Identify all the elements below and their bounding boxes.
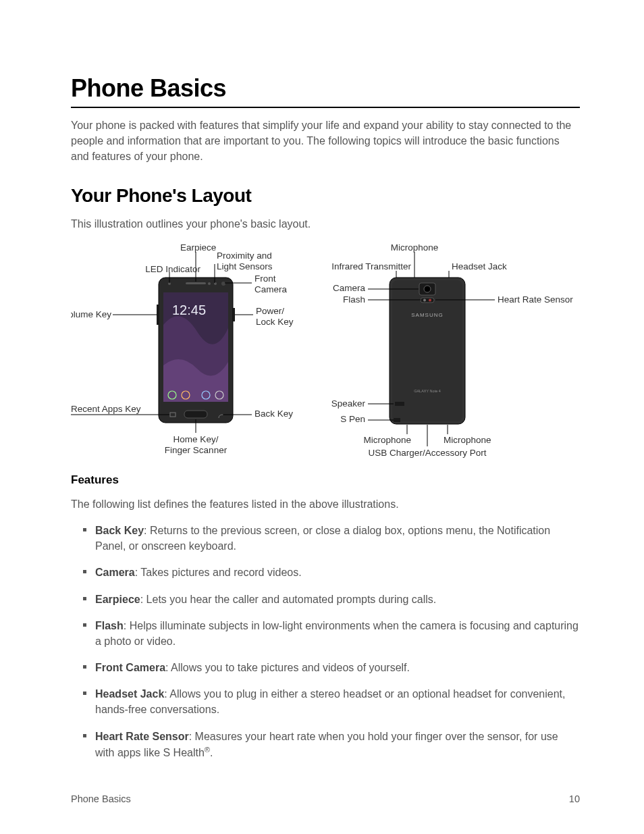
svg-point-42: [423, 298, 426, 301]
svg-text:SAMSUNG: SAMSUNG: [411, 312, 443, 318]
phone-back-view: SAMSUNG GALAXY Note 4: [331, 244, 574, 458]
phone-layout-illustration: 12:45: [71, 244, 580, 460]
svg-point-40: [424, 286, 431, 292]
svg-text:Lock Key: Lock Key: [256, 317, 294, 327]
svg-text:Front: Front: [254, 273, 276, 284]
svg-text:Headset Jack: Headset Jack: [452, 261, 507, 271]
svg-text:Light Sensors: Light Sensors: [217, 261, 273, 271]
svg-text:Flash: Flash: [343, 294, 365, 305]
svg-point-9: [221, 282, 225, 286]
document-page: Phone Basics Your phone is packed with f…: [0, 0, 644, 834]
svg-rect-6: [186, 282, 206, 284]
list-item: Earpiece: Lets you hear the caller and a…: [92, 592, 580, 607]
phone-front-view: 12:45: [71, 244, 294, 455]
svg-text:Microphone: Microphone: [444, 435, 491, 445]
svg-text:Finger Scanner: Finger Scanner: [165, 445, 227, 455]
list-item: Front Camera: Allows you to take picture…: [92, 660, 580, 675]
svg-text:Earpiece: Earpiece: [180, 244, 216, 253]
svg-point-7: [208, 282, 211, 285]
svg-text:S Pen: S Pen: [340, 414, 365, 424]
page-footer: Phone Basics 10: [71, 793, 580, 804]
svg-text:Camera: Camera: [254, 284, 288, 294]
svg-text:Back Key: Back Key: [254, 409, 293, 419]
svg-text:USB Charger/Accessory Port: USB Charger/Accessory Port: [369, 448, 487, 458]
svg-text:Speaker: Speaker: [331, 398, 366, 409]
footer-page-number: 10: [569, 793, 580, 804]
svg-rect-41: [421, 298, 434, 303]
list-item: Headset Jack: Allows you to plug in eith…: [92, 686, 580, 717]
svg-rect-14: [233, 308, 235, 321]
features-intro: The following list defines the features …: [71, 496, 580, 512]
svg-text:Heart Rate Sensor: Heart Rate Sensor: [498, 294, 573, 305]
list-item: Flash: Helps illuminate subjects in low-…: [92, 618, 580, 649]
svg-text:LED Indicator: LED Indicator: [145, 264, 200, 274]
clock-text: 12:45: [172, 303, 206, 317]
svg-text:GALAXY Note 4: GALAXY Note 4: [414, 389, 441, 393]
svg-text:Power/: Power/: [256, 306, 284, 316]
svg-text:Volume Key: Volume Key: [71, 309, 111, 319]
svg-text:Home Key/: Home Key/: [173, 434, 219, 444]
svg-text:Microphone: Microphone: [363, 435, 411, 445]
features-heading: Features: [71, 473, 580, 487]
intro-paragraph: Your phone is packed with features that …: [71, 118, 580, 165]
section-intro: This illustration outlines your phone's …: [71, 216, 580, 232]
svg-text:Recent Apps Key: Recent Apps Key: [71, 404, 141, 414]
list-item: Heart Rate Sensor: Measures your heart r…: [92, 729, 580, 761]
svg-text:Proximity and: Proximity and: [217, 251, 272, 261]
section-heading: Your Phone's Layout: [71, 185, 580, 207]
features-list: Back Key: Returns to the previous screen…: [71, 523, 580, 760]
svg-text:Infrared Transmitter: Infrared Transmitter: [331, 261, 411, 271]
list-item: Back Key: Returns to the previous screen…: [92, 523, 580, 554]
svg-rect-11: [184, 411, 207, 418]
svg-text:Microphone: Microphone: [391, 244, 439, 253]
list-item: Camera: Takes pictures and record videos…: [92, 565, 580, 580]
svg-rect-46: [395, 402, 404, 406]
svg-point-43: [429, 298, 431, 301]
footer-section-name: Phone Basics: [71, 793, 131, 804]
page-title: Phone Basics: [71, 74, 580, 108]
svg-text:Camera: Camera: [333, 283, 366, 293]
svg-rect-47: [394, 418, 400, 422]
